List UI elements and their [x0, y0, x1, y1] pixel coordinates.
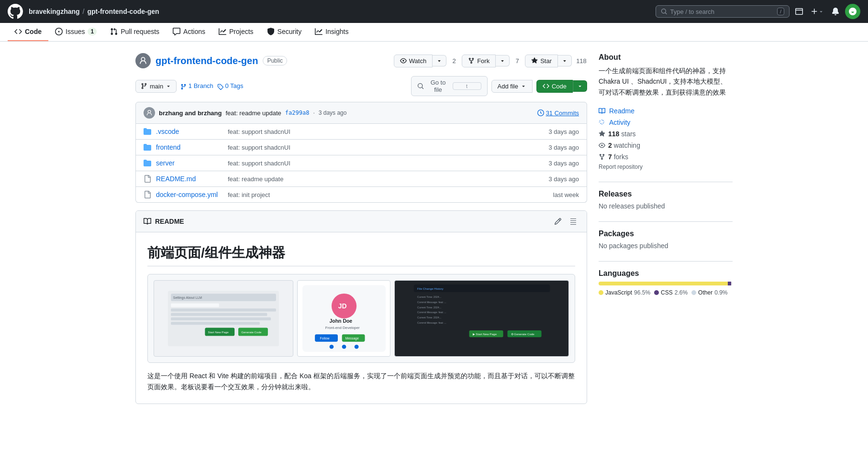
readme-header: README — [136, 211, 587, 232]
watch-dropdown[interactable] — [433, 55, 446, 66]
code-dropdown-button[interactable]: Code — [536, 80, 573, 93]
branch-selector[interactable]: main — [135, 80, 177, 93]
svg-point-23 — [355, 345, 359, 349]
top-nav-right: / — [656, 4, 860, 19]
file-name-link[interactable]: .vscode — [156, 128, 223, 135]
plus-btn[interactable] — [809, 6, 826, 17]
chevron-down-icon — [562, 58, 568, 64]
search-kbd: / — [777, 8, 784, 15]
fork-dropdown[interactable] — [496, 55, 510, 66]
file-name-link[interactable]: docker-compose.yml — [156, 191, 223, 198]
chevron-down-icon — [577, 83, 583, 89]
languages-list: JavaScript 96.5% CSS 2.6% Other 0.9% — [599, 289, 733, 296]
tab-security[interactable]: Security — [260, 23, 309, 41]
file-tree: .vscode feat: support shadcnUI 3 days ag… — [135, 124, 587, 203]
repo-tabs: Code Issues 1 Pull requests Actions Proj… — [0, 23, 868, 42]
js-segment — [599, 282, 728, 285]
star-dropdown[interactable] — [558, 55, 572, 66]
goto-file-button[interactable]: Go to file t — [411, 76, 488, 96]
activity-link[interactable]: Activity — [599, 117, 733, 128]
svg-rect-7 — [171, 322, 260, 325]
search-icon — [417, 83, 424, 89]
watch-button[interactable]: Watch — [394, 55, 433, 67]
file-row: README.md feat: readme update 3 days ago — [136, 171, 587, 187]
svg-rect-5 — [171, 313, 267, 316]
commit-hash[interactable]: fa299a8 — [285, 109, 310, 116]
about-section: About 一个生成前端页面和组件代码的神器，支持Chakra UI 、Shad… — [599, 53, 733, 170]
tab-code[interactable]: Code — [8, 23, 48, 41]
code-dropdown-arrow[interactable] — [573, 80, 587, 92]
readme-link[interactable]: Readme — [599, 105, 733, 117]
add-file-button[interactable]: Add file — [491, 80, 533, 93]
actions-icon — [173, 28, 180, 35]
file-name-link[interactable]: frontend — [156, 143, 223, 151]
sidebar-divider-3 — [599, 261, 733, 262]
repo-title[interactable]: gpt-frontend-code-gen — [156, 55, 258, 66]
plus-icon — [811, 8, 818, 15]
tab-projects[interactable]: Projects — [212, 23, 260, 41]
file-row: frontend feat: support shadcnUI 3 days a… — [136, 140, 587, 155]
tags-count-link[interactable]: 0 Tags — [217, 82, 244, 89]
github-logo-icon — [8, 4, 23, 19]
inbox-btn[interactable] — [830, 6, 841, 17]
file-commit-msg: feat: support shadcnUI — [228, 128, 544, 135]
file-row: server feat: support shadcnUI 3 days ago — [136, 155, 587, 171]
code-button-group: Code — [536, 80, 587, 93]
tab-issues[interactable]: Issues 1 — [48, 23, 103, 41]
projects-icon — [219, 28, 226, 35]
about-title: About — [599, 53, 733, 62]
svg-text:Start New Page: Start New Page — [208, 330, 229, 334]
code-icon — [543, 83, 549, 89]
file-time: 3 days ago — [548, 160, 579, 167]
chevron-down-icon — [166, 83, 171, 89]
svg-text:Commit Message: feat: ...: Commit Message: feat: ... — [417, 311, 446, 314]
svg-text:⚙ Generate Code: ⚙ Generate Code — [511, 332, 534, 336]
star-button[interactable]: Star — [525, 55, 558, 67]
report-link[interactable]: Report repository — [599, 164, 643, 170]
folder-icon — [144, 159, 151, 167]
fork-button[interactable]: Fork — [462, 55, 496, 67]
terminal-btn[interactable] — [793, 6, 805, 17]
other-name: Other — [698, 289, 712, 296]
repo-link[interactable]: gpt-frontend-code-gen — [87, 8, 159, 15]
forks-value: 7 forks — [608, 153, 628, 161]
css-segment — [728, 282, 731, 285]
svg-text:Commit Message: feat: ...: Commit Message: feat: ... — [417, 321, 446, 324]
user-avatar[interactable] — [845, 4, 860, 19]
search-input[interactable] — [670, 8, 774, 15]
commits-count-link[interactable]: 31 Commits — [537, 109, 579, 117]
file-name-link[interactable]: README.md — [156, 175, 223, 183]
tab-pull-requests[interactable]: Pull requests — [103, 23, 166, 41]
file-time: 3 days ago — [548, 128, 579, 135]
readme-edit-button[interactable] — [552, 216, 564, 227]
repo-header: gpt-frontend-code-gen Public Watch — [135, 53, 587, 68]
svg-rect-6 — [171, 317, 271, 320]
readme-list-button[interactable] — [568, 216, 579, 227]
insights-icon — [315, 28, 323, 35]
other-percent: 0.9% — [714, 289, 727, 296]
security-icon — [267, 28, 275, 35]
file-name-link[interactable]: server — [156, 159, 223, 167]
readme-content: 前端页面/组件生成神器 Settings About LLM — [136, 232, 587, 404]
svg-text:Current Time: 2024...: Current Time: 2024... — [417, 296, 441, 299]
languages-bar — [599, 282, 733, 285]
file-icon — [144, 175, 151, 183]
branch-count-link[interactable]: 1 Branch — [180, 82, 213, 89]
search-box[interactable]: / — [656, 5, 790, 18]
tab-insights[interactable]: Insights — [308, 23, 355, 41]
owner-link[interactable]: bravekingzhang — [29, 8, 80, 15]
code-label: Code — [552, 83, 567, 90]
no-packages: No packages published — [599, 242, 733, 250]
svg-text:Generate Code: Generate Code — [241, 330, 262, 334]
no-releases: No releases published — [599, 202, 733, 210]
clock-icon — [537, 109, 544, 116]
svg-point-22 — [342, 345, 346, 349]
tab-actions[interactable]: Actions — [166, 23, 212, 41]
css-percent: 2.6% — [675, 289, 688, 296]
file-time: 3 days ago — [548, 144, 579, 151]
file-time: 3 days ago — [548, 175, 579, 183]
commit-author[interactable]: brzhang and brzhang — [159, 109, 222, 117]
fork-icon — [599, 153, 605, 160]
file-row: .vscode feat: support shadcnUI 3 days ag… — [136, 124, 587, 140]
chevron-down-icon — [500, 58, 505, 64]
